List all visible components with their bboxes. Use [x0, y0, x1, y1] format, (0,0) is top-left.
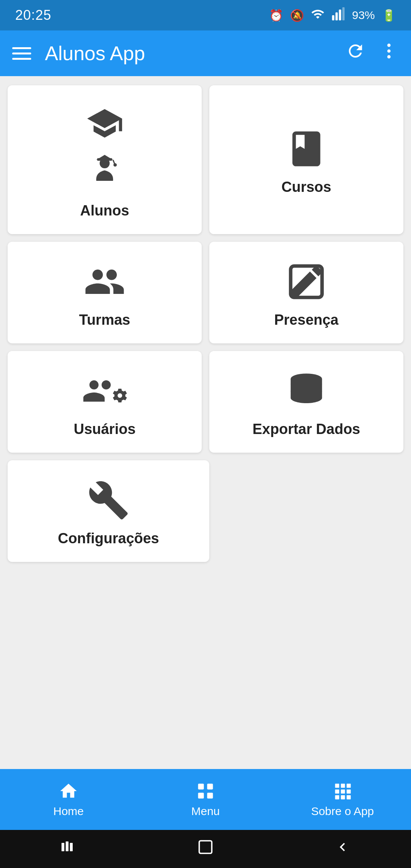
alarm-icon: ⏰: [269, 9, 283, 22]
app-bar: Alunos App: [0, 30, 411, 76]
exportar-dados-card[interactable]: Exportar Dados: [209, 351, 403, 453]
grid-nav-icon: [333, 781, 352, 801]
edit-icon: [285, 261, 327, 303]
svg-rect-31: [199, 841, 212, 854]
status-bar: 20:25 ⏰ 🔕 93% 🔋: [0, 0, 411, 30]
wifi-icon: [311, 7, 325, 24]
svg-rect-17: [198, 793, 204, 798]
mute-icon: 🔕: [290, 9, 304, 22]
svg-rect-27: [347, 795, 351, 799]
usuarios-label: Usuários: [74, 421, 136, 437]
presenca-label: Presença: [274, 312, 338, 328]
turmas-card[interactable]: Turmas: [8, 242, 202, 343]
refresh-button[interactable]: [346, 41, 365, 65]
wrench-icon: [88, 479, 129, 521]
cursos-label: Cursos: [282, 179, 331, 195]
recent-apps-button[interactable]: [60, 839, 77, 859]
svg-point-12: [113, 163, 117, 167]
alunos-card[interactable]: Alunos: [8, 85, 202, 234]
svg-rect-21: [347, 784, 351, 788]
usuarios-card[interactable]: Usuários: [8, 351, 202, 453]
status-icons: ⏰ 🔕 93% 🔋: [269, 7, 396, 24]
nav-menu[interactable]: Menu: [137, 775, 274, 824]
group-icon: [84, 261, 126, 303]
svg-rect-25: [335, 795, 339, 799]
app-title: Alunos App: [45, 42, 332, 65]
svg-rect-2: [339, 10, 341, 21]
grid-row-2: Turmas Presença: [8, 242, 403, 343]
home-button[interactable]: [197, 839, 214, 859]
configuracoes-label: Configurações: [58, 530, 159, 547]
presenca-card[interactable]: Presença: [209, 242, 403, 343]
menu-nav-label: Menu: [191, 805, 220, 818]
system-nav: [0, 830, 411, 868]
grid-row-3: Usuários Exportar Dados: [8, 351, 403, 453]
sobre-nav-label: Sobre o App: [311, 805, 374, 818]
svg-rect-30: [70, 843, 73, 851]
exportar-dados-label: Exportar Dados: [253, 421, 360, 437]
nav-home[interactable]: Home: [0, 775, 137, 824]
hamburger-menu-button[interactable]: [12, 47, 31, 60]
svg-rect-23: [341, 790, 345, 794]
more-options-button[interactable]: [379, 41, 399, 65]
bottom-nav: Home Menu Sobre o App: [0, 769, 411, 830]
nav-sobre[interactable]: Sobre o App: [274, 775, 411, 824]
svg-rect-28: [62, 843, 64, 851]
graduation-person-icon: [84, 152, 126, 193]
alunos-label: Alunos: [80, 203, 129, 219]
menu-nav-icon: [196, 781, 215, 801]
home-nav-label: Home: [53, 805, 84, 818]
book-icon: [285, 128, 327, 170]
graduation-icon: [86, 104, 124, 142]
app-bar-actions: [346, 41, 399, 65]
svg-rect-0: [332, 15, 334, 21]
svg-point-5: [387, 49, 391, 53]
svg-rect-18: [207, 793, 213, 798]
svg-rect-15: [198, 784, 204, 790]
empty-card: [217, 460, 403, 562]
users-gear-icon: [82, 370, 127, 412]
database-icon: [285, 370, 327, 412]
svg-rect-1: [335, 12, 338, 20]
svg-point-4: [387, 44, 391, 47]
grid-row-4: Configurações: [8, 460, 403, 562]
battery-icon: 🔋: [382, 9, 396, 22]
svg-rect-19: [335, 784, 339, 788]
turmas-label: Turmas: [79, 312, 130, 328]
svg-rect-16: [207, 784, 213, 790]
grid-row-1: Alunos Cursos: [8, 85, 403, 234]
svg-marker-10: [96, 155, 113, 160]
cursos-card[interactable]: Cursos: [209, 85, 403, 234]
svg-point-6: [387, 55, 391, 59]
home-nav-icon: [59, 781, 78, 801]
svg-rect-24: [347, 790, 351, 794]
svg-rect-20: [341, 784, 345, 788]
back-button[interactable]: [334, 839, 351, 859]
svg-rect-29: [66, 841, 68, 851]
svg-rect-22: [335, 790, 339, 794]
main-content: Alunos Cursos Turmas Presença: [0, 76, 411, 769]
status-time: 20:25: [15, 7, 51, 23]
battery-level: 93%: [352, 9, 375, 22]
svg-rect-26: [341, 795, 345, 799]
svg-rect-3: [342, 7, 344, 21]
configuracoes-card[interactable]: Configurações: [8, 460, 209, 562]
signal-icon: [331, 7, 345, 24]
